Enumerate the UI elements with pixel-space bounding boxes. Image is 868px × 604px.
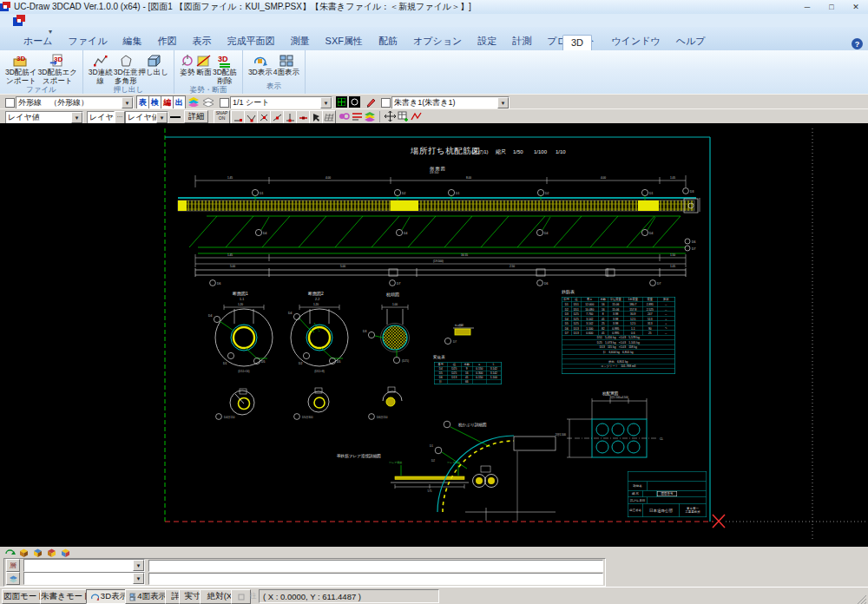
menu-tab[interactable]: ファイル: [61, 33, 115, 50]
menu-tab[interactable]: 完成平面図: [220, 33, 283, 50]
section-1: 断面図1 1-1 1.20 D4 D1 D5 (D51×16): [208, 291, 273, 373]
layers-color-icon[interactable]: [187, 95, 200, 108]
menu-tab[interactable]: 計測: [504, 33, 539, 50]
sheet-combo[interactable]: 1/1 シート▼: [230, 96, 332, 109]
strip-callouts: D6 D7 D6 D7: [210, 280, 661, 286]
layer-value-box[interactable]: レイヤ値: [87, 111, 115, 124]
menu-tab[interactable]: 表示: [185, 33, 220, 50]
layer-panel-button[interactable]: 層: [6, 559, 20, 572]
pen-style-checkbox[interactable]: [5, 98, 15, 108]
svg-text:1.45: 1.45: [227, 253, 233, 257]
cad-canvas[interactable]: 場所打ち杭配筋図 (その1) 縮尺 1/50 1/100 1/10 側 面 図 …: [0, 123, 868, 547]
redline-pen-icon[interactable]: [365, 95, 378, 108]
menu-tab[interactable]: 測量: [283, 33, 318, 50]
layer-value-combo[interactable]: レイヤ値▼: [125, 111, 168, 124]
background-black-button[interactable]: [336, 96, 347, 108]
chevron-down-icon[interactable]: ▼: [133, 573, 144, 584]
menu-tab[interactable]: ヘルプ: [668, 33, 713, 50]
output-button[interactable]: 出: [173, 95, 186, 109]
rebar-symbol-icon[interactable]: [338, 110, 350, 122]
ribbon-group-posture-section: 姿勢 断面 3D 3D配筋 削除 姿勢・断面: [174, 50, 243, 94]
menu-tab[interactable]: オプション: [405, 33, 470, 50]
chevron-down-icon[interactable]: ▼: [320, 97, 332, 108]
menu-tab[interactable]: 編集: [115, 33, 150, 50]
redline-checkbox[interactable]: [381, 98, 391, 108]
close-button[interactable]: ✕: [844, 0, 868, 14]
svg-text:D4@150: D4@150: [224, 416, 235, 419]
polygon-3d-button[interactable]: 3D任意 多角形: [114, 53, 138, 85]
svg-text:5.00: 5.00: [340, 265, 345, 268]
search-button[interactable]: 検: [148, 95, 161, 109]
linewidth-sample[interactable]: [170, 116, 181, 118]
pan-move-icon[interactable]: [384, 110, 396, 122]
command-combo-1[interactable]: ▼: [23, 559, 145, 572]
drawing-title-row: 場所打ち杭配筋図 (その1) 縮尺 1/50 1/100 1/10 側 面 図: [410, 146, 566, 172]
pen-style-combo[interactable]: 外形線 （外形線）▼: [16, 96, 134, 109]
sheet-checkbox[interactable]: [220, 98, 229, 108]
section-button[interactable]: 断面: [196, 53, 212, 77]
command-field-2[interactable]: [148, 573, 603, 585]
iso-view-icon-2[interactable]: [31, 548, 43, 557]
layer-combo[interactable]: レイヤ値▼: [5, 111, 83, 124]
3d-layer-button[interactable]: [6, 572, 20, 585]
snap-endpoint-icon[interactable]: [231, 110, 245, 124]
chevron-down-icon[interactable]: ▼: [122, 97, 133, 108]
export-3d-rebar-button[interactable]: 3D 3D配筋エク スポート: [38, 53, 77, 85]
menu-tab[interactable]: 設定: [470, 33, 504, 50]
app-menu-icon[interactable]: [13, 15, 25, 26]
redline-combo[interactable]: 朱書き1(朱書き1)▼: [391, 96, 510, 109]
iso-view-icon-3[interactable]: [45, 548, 57, 557]
select-cursor-icon[interactable]: [309, 110, 323, 124]
minimize-button[interactable]: ─: [795, 0, 819, 14]
redline-list-icon[interactable]: [351, 110, 363, 122]
extrude-button[interactable]: 押し出し: [139, 53, 168, 77]
menu-tab[interactable]: ホーム: [16, 33, 61, 50]
iso-view-icon-1[interactable]: [17, 548, 30, 557]
iso-view-icon-4[interactable]: [59, 548, 71, 557]
snap-midpoint-icon[interactable]: [270, 110, 284, 124]
window-titlebar: UC-Draw 3DCAD Ver.1.0.0 (x64) - [図面1 【図面…: [0, 0, 868, 14]
svg-text:1.20: 1.20: [313, 303, 319, 306]
polyline-edit-icon[interactable]: [410, 110, 422, 122]
background-circle-button[interactable]: [349, 96, 360, 108]
svg-text:1/100: 1/100: [534, 149, 548, 154]
tab-3d-active[interactable]: 3D: [562, 35, 592, 50]
menu-tab[interactable]: ウインドウ: [604, 33, 668, 50]
snap-on-button[interactable]: SNAPON: [214, 110, 230, 124]
maximize-button[interactable]: □: [819, 0, 844, 14]
chevron-down-icon[interactable]: ▼: [156, 112, 168, 123]
polyline-3d-button[interactable]: 3D連続 線: [89, 53, 113, 85]
view-4pane-button[interactable]: 4面表示: [273, 53, 299, 77]
snap-perpendicular-icon[interactable]: [283, 110, 297, 124]
layers-white-icon[interactable]: [202, 95, 214, 108]
delete-3d-rebar-button[interactable]: 3D 3D配筋 削除: [213, 53, 237, 85]
import-3d-rebar-button[interactable]: 3D 3D配筋イ ンポート: [5, 53, 37, 85]
resize-grip[interactable]: [856, 594, 867, 604]
table-add-icon[interactable]: [397, 110, 409, 122]
help-icon[interactable]: ?: [852, 38, 863, 49]
chevron-down-icon[interactable]: ▼: [71, 112, 82, 123]
menu-tab[interactable]: SXF属性: [318, 33, 371, 50]
layers-stack-icon[interactable]: [364, 110, 376, 122]
rotate-view-icon[interactable]: [3, 548, 16, 557]
chevron-down-icon[interactable]: ▼: [133, 560, 144, 571]
chevron-down-icon[interactable]: ▼: [497, 97, 509, 108]
table-view-button[interactable]: 表: [136, 95, 149, 109]
command-field-1[interactable]: [148, 560, 603, 572]
redline-mode-button[interactable]: 朱書きモード: [40, 589, 92, 604]
edit-button[interactable]: 編: [161, 95, 174, 109]
detail-button[interactable]: 詳細: [184, 110, 208, 123]
view-3d-button[interactable]: 3D表示: [248, 53, 273, 77]
menu-tab[interactable]: 作図: [150, 33, 185, 50]
snap-online-icon[interactable]: [296, 110, 310, 124]
posture-button[interactable]: 姿勢: [180, 53, 195, 77]
menu-tab[interactable]: 配筋: [371, 33, 405, 50]
command-combo-2[interactable]: ▼: [23, 572, 145, 585]
layer-more-button[interactable]: …: [115, 111, 125, 124]
svg-text:2-2: 2-2: [315, 298, 319, 301]
view-3d-mini-icon: [90, 593, 99, 601]
skew-grid-icon[interactable]: [322, 110, 336, 124]
snap-corner-icon[interactable]: [244, 110, 258, 124]
view-icon-row: [3, 548, 71, 557]
snap-intersection-icon[interactable]: [257, 110, 271, 124]
